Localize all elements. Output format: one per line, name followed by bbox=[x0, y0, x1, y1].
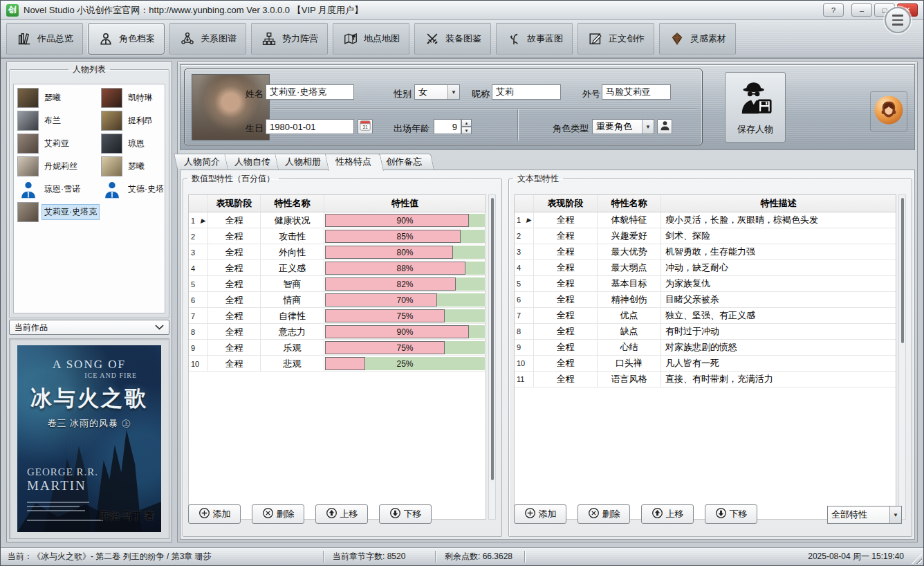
trait-stage: 全程 bbox=[534, 260, 598, 275]
traits-tab-content: 数值型特性（百分值） 表现阶段 特性名称 特性值 1▶ 全程 健康状况 bbox=[180, 170, 915, 540]
numeric-table-scrollbar[interactable] bbox=[488, 194, 496, 520]
character-item[interactable]: 艾莉亚 bbox=[15, 132, 99, 155]
help-button[interactable]: ? bbox=[823, 3, 844, 17]
table-action-button[interactable]: 上移 bbox=[315, 504, 368, 524]
form-divider bbox=[273, 108, 697, 109]
table-action-button[interactable]: 下移 bbox=[379, 504, 432, 524]
toolbar-button[interactable]: 地点地图 bbox=[333, 23, 409, 55]
trait-value-bar: 90% bbox=[325, 214, 485, 227]
text-trait-row[interactable]: 10▶ 全程 口头禅 凡人皆有一死 bbox=[515, 356, 896, 372]
table-action-button[interactable]: 添加 bbox=[188, 504, 241, 524]
numeric-trait-row[interactable]: 6▶ 全程 情商 70% bbox=[189, 292, 486, 308]
character-item[interactable]: 丹妮莉丝 bbox=[15, 155, 99, 178]
role-type-person-button[interactable] bbox=[657, 119, 672, 134]
character-name: 提利昂 bbox=[126, 113, 155, 128]
trait-description: 瘦小灵活，长脸，灰眼睛，棕褐色头发 bbox=[661, 212, 896, 228]
character-item[interactable]: 凯特琳 bbox=[99, 86, 165, 109]
age-stepper[interactable]: ▲▼ bbox=[461, 119, 472, 134]
toolbar-button[interactable]: 装备图鉴 bbox=[414, 23, 491, 55]
trait-filter-select[interactable]: 全部特性▼ bbox=[827, 506, 902, 524]
text-trait-row[interactable]: 1▶ 全程 体貌特征 瘦小灵活，长脸，灰眼睛，棕褐色头发 bbox=[515, 212, 896, 228]
character-name: 瑟曦 bbox=[42, 91, 63, 105]
role-type-select[interactable]: 重要角色▼ bbox=[592, 119, 654, 134]
trait-name: 悲观 bbox=[261, 356, 324, 372]
x-circle-icon bbox=[588, 507, 600, 521]
orgchart-icon bbox=[261, 30, 277, 47]
text-trait-row[interactable]: 11▶ 全程 语言风格 直接、有时带刺，充满活力 bbox=[515, 372, 896, 387]
numeric-trait-row[interactable]: 3▶ 全程 外向性 80% bbox=[189, 244, 486, 260]
table-action-button[interactable]: 下移 bbox=[705, 504, 757, 524]
gender-select[interactable]: 女▼ bbox=[414, 84, 460, 100]
character-item[interactable]: 琼恩·雪诺 bbox=[15, 178, 99, 201]
numeric-trait-row[interactable]: 8▶ 全程 意志力 90% bbox=[189, 324, 486, 340]
table-action-button[interactable]: 删除 bbox=[578, 504, 630, 524]
numeric-trait-row[interactable]: 1▶ 全程 健康状况 90% bbox=[189, 212, 486, 228]
numeric-trait-row[interactable]: 5▶ 全程 智商 82% bbox=[189, 276, 486, 292]
text-trait-row[interactable]: 9▶ 全程 心结 对家族悲剧的愤怒 bbox=[515, 340, 896, 356]
tab[interactable]: 创作备忘 bbox=[379, 154, 434, 170]
current-work-select[interactable]: 当前作品 bbox=[9, 320, 169, 335]
character-name: 丹妮莉丝 bbox=[42, 159, 80, 174]
numeric-trait-row[interactable]: 9▶ 全程 乐观 75% bbox=[189, 340, 486, 356]
text-trait-row[interactable]: 4▶ 全程 最大弱点 冲动，缺乏耐心 bbox=[515, 260, 896, 276]
step-up-icon[interactable]: ▲ bbox=[461, 119, 472, 127]
assistant-button[interactable] bbox=[870, 91, 907, 131]
trait-name: 正义感 bbox=[261, 260, 324, 276]
toolbar-button[interactable]: 故事蓝图 bbox=[496, 23, 573, 55]
gender-label: 性别 bbox=[394, 88, 412, 100]
character-name: 瑟曦 bbox=[126, 159, 147, 174]
resize-grip-icon[interactable] bbox=[912, 554, 922, 564]
toolbar-button[interactable]: 势力阵营 bbox=[251, 23, 328, 55]
save-character-button[interactable]: 保存人物 bbox=[725, 72, 786, 143]
numeric-trait-row[interactable]: 2▶ 全程 攻击性 85% bbox=[189, 228, 486, 244]
character-item[interactable]: 瑟曦 bbox=[99, 155, 165, 178]
toolbar-button[interactable]: 关系图谱 bbox=[169, 23, 246, 55]
character-item[interactable]: 瑟曦 bbox=[15, 86, 99, 109]
character-list-title: 人物列表 bbox=[68, 64, 110, 75]
character-item[interactable]: 布兰 bbox=[15, 109, 99, 132]
toolbar-button[interactable]: 正文创作 bbox=[578, 23, 654, 55]
character-item[interactable]: 琼恩 bbox=[99, 132, 165, 155]
text-table-scrollbar[interactable] bbox=[898, 194, 906, 520]
character-item[interactable]: 艾德·史塔克 bbox=[99, 178, 165, 201]
cover-title-english: A SONG OF bbox=[17, 358, 161, 372]
text-trait-row[interactable]: 7▶ 全程 优点 独立、坚强、有正义感 bbox=[515, 308, 896, 324]
trait-stage: 全程 bbox=[208, 212, 261, 228]
character-name: 凯特琳 bbox=[126, 91, 155, 105]
numeric-trait-row[interactable]: 4▶ 全程 正义感 88% bbox=[189, 260, 486, 276]
trait-stage: 全程 bbox=[534, 292, 598, 307]
edit-pen-icon bbox=[587, 30, 604, 47]
character-form-strip: 姓名 性别 女▼ 昵称 外号 生日 31 出场年龄 ▲▼ 角色类型 bbox=[180, 64, 915, 150]
status-current-work: 当前：《冰与火之歌》- 第二卷 列王的纷争 / 第3章 珊莎 bbox=[8, 548, 212, 565]
text-trait-row[interactable]: 6▶ 全程 精神创伤 目睹父亲被杀 bbox=[515, 292, 896, 308]
text-trait-row[interactable]: 5▶ 全程 基本目标 为家族复仇 bbox=[515, 276, 896, 292]
text-traits-title: 文本型特性 bbox=[513, 173, 563, 185]
text-trait-row[interactable]: 8▶ 全程 缺点 有时过于冲动 bbox=[515, 324, 896, 340]
menu-button[interactable] bbox=[885, 7, 911, 33]
text-trait-row[interactable]: 3▶ 全程 最大优势 机智勇敢，生存能力强 bbox=[515, 244, 896, 260]
table-action-button[interactable]: 添加 bbox=[514, 504, 566, 524]
trait-stage: 全程 bbox=[208, 356, 261, 372]
minimize-button[interactable]: – bbox=[851, 3, 872, 17]
birthday-input[interactable] bbox=[266, 119, 354, 134]
character-avatar bbox=[101, 134, 122, 154]
character-avatar bbox=[17, 111, 39, 131]
table-action-button[interactable]: 上移 bbox=[641, 504, 694, 524]
down-circle-icon bbox=[389, 507, 401, 521]
character-item[interactable]: 提利昂 bbox=[99, 109, 165, 132]
character-item[interactable]: 艾莉亚·史塔克 bbox=[15, 201, 99, 223]
toolbar-button[interactable]: 角色档案 bbox=[88, 23, 165, 55]
tab[interactable]: 性格特点 bbox=[329, 154, 384, 170]
text-trait-row[interactable]: 2▶ 全程 兴趣爱好 剑术、探险 bbox=[515, 228, 896, 244]
age-input[interactable] bbox=[434, 119, 461, 134]
step-down-icon[interactable]: ▼ bbox=[461, 127, 472, 134]
table-action-button[interactable]: 删除 bbox=[252, 504, 304, 524]
toolbar-button[interactable]: 灵感素材 bbox=[659, 23, 736, 55]
nickname-input[interactable] bbox=[492, 84, 561, 100]
numeric-trait-row[interactable]: 10▶ 全程 悲观 25% bbox=[189, 356, 486, 372]
alias-input[interactable] bbox=[602, 84, 671, 100]
toolbar-button[interactable]: 作品总览 bbox=[6, 23, 83, 55]
numeric-trait-row[interactable]: 7▶ 全程 自律性 75% bbox=[189, 308, 486, 324]
calendar-button[interactable]: 31 bbox=[358, 119, 373, 134]
name-input[interactable] bbox=[266, 84, 354, 100]
